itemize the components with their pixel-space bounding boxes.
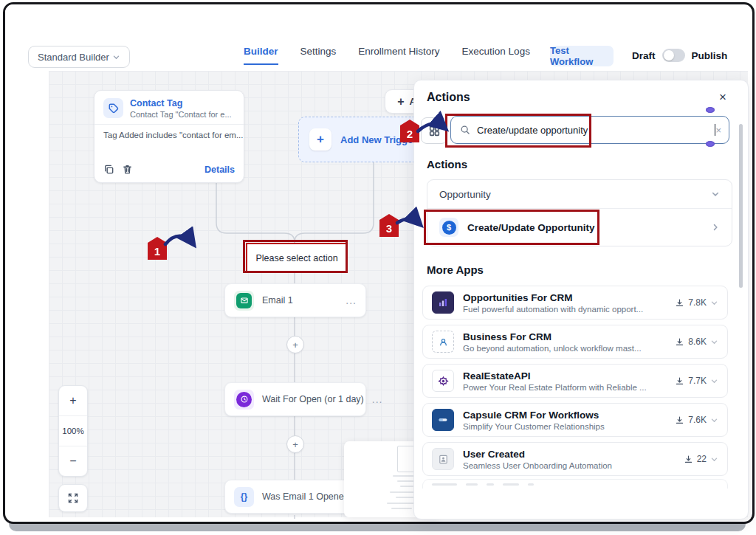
realestateapi-app-icon (432, 370, 454, 392)
app-downloads: 7.7K (688, 376, 707, 386)
app-name: RealEstateAPI (463, 370, 647, 382)
node-menu-ellipsis[interactable]: ... (372, 393, 383, 405)
node-label: Was Email 1 Opened? (262, 491, 354, 502)
contact-tag-icon (103, 98, 123, 118)
copy-icon[interactable] (103, 164, 114, 175)
trigger-condition-text: Tag Added includes "contact for em... (94, 124, 244, 145)
add-action-plus-button[interactable]: + (286, 435, 304, 453)
zoom-out-button[interactable]: − (59, 446, 87, 476)
publish-group: Draft Publish (632, 49, 727, 62)
app-row-business-for-crm[interactable]: Business For CRM Go beyond automation, u… (422, 325, 728, 359)
chevron-down-icon[interactable] (710, 416, 718, 424)
app-desc: Go beyond automation, unlock workflow ma… (463, 344, 642, 353)
trigger-card-header: Contact Tag Contact Tag "Contact for e..… (94, 91, 244, 124)
test-workflow-button[interactable]: Test Workflow (550, 46, 614, 66)
search-icon (460, 125, 470, 135)
selection-handle-top (706, 107, 715, 113)
condition-braces-icon: {} (234, 487, 254, 507)
node-menu-ellipsis[interactable]: ... (346, 294, 357, 306)
download-icon (675, 415, 684, 425)
app-grid-button[interactable] (421, 117, 447, 144)
trigger-subtitle: Contact Tag "Contact for e... (130, 110, 232, 119)
download-icon (684, 455, 693, 464)
select-action-node[interactable]: Please select action (246, 243, 348, 273)
toggle-knob (664, 50, 674, 61)
panel-scrollbar[interactable] (739, 124, 743, 288)
actions-section-heading: Actions (427, 158, 467, 170)
download-icon (675, 337, 684, 347)
chevron-down-icon[interactable] (710, 377, 718, 385)
header-bar (5, 4, 748, 41)
app-desc: Fuel powerful automation with dynamic op… (463, 305, 643, 314)
opportunity-group-header[interactable]: Opportunity (427, 180, 732, 208)
opportunity-dollar-icon: $ (439, 218, 458, 237)
app-desc: Seamless User Onboarding Automation (463, 461, 612, 470)
app-desc: Simplify Your Customer Relationships (463, 422, 605, 431)
zoom-in-button[interactable]: + (59, 386, 87, 416)
business-crm-app-icon (432, 331, 454, 353)
grid-icon (428, 125, 441, 137)
app-name: Opportunities For CRM (463, 292, 643, 303)
app-row-realestateapi[interactable]: RealEstateAPI Power Your Real Estate Pla… (422, 364, 728, 398)
details-link[interactable]: Details (205, 165, 235, 175)
app-downloads: 22 (697, 454, 707, 464)
zoom-controls: + 100% − (58, 385, 88, 477)
builder-type-select[interactable]: Standard Builder (28, 46, 130, 68)
plus-icon: + (309, 128, 331, 151)
trigger-title: Contact Tag (130, 98, 232, 108)
tab-execution-logs[interactable]: Execution Logs (462, 46, 530, 65)
chevron-down-icon[interactable] (710, 338, 718, 346)
tab-settings[interactable]: Settings (300, 46, 337, 65)
tab-builder[interactable]: Builder (244, 46, 278, 65)
opportunities-crm-app-icon (432, 291, 454, 314)
node-email-1[interactable]: Email 1 ... (224, 283, 366, 317)
trigger-card-footer: Details (94, 158, 244, 182)
email-icon (234, 291, 254, 311)
action-search-input[interactable] (475, 124, 718, 137)
trash-icon[interactable] (122, 164, 133, 175)
download-icon (675, 298, 684, 308)
trigger-card-contact-tag[interactable]: Contact Tag Contact Tag "Contact for e..… (94, 90, 244, 183)
action-search-box: × (450, 116, 729, 144)
zoom-level: 100% (59, 416, 87, 446)
create-update-opportunity-item[interactable]: $ Create/Update Opportunity (427, 208, 732, 246)
group-label: Opportunity (439, 189, 491, 200)
opportunity-group-card: Opportunity $ Create/Update Opportunity (427, 179, 732, 246)
chevron-down-icon[interactable] (710, 455, 718, 463)
app-downloads: 7.6K (688, 415, 707, 425)
app-row-user-created[interactable]: User Created Seamless User Onboarding Au… (422, 442, 728, 476)
app-downloads: 8.6K (688, 336, 707, 347)
action-item-label: Create/Update Opportunity (467, 222, 595, 233)
app-row-capsule-crm[interactable]: Capsule CRM For Workflows Simplify Your … (422, 403, 728, 437)
more-apps-heading: More Apps (427, 263, 484, 276)
chevron-down-icon[interactable] (710, 299, 718, 307)
builder-select-value: Standard Builder (38, 52, 109, 63)
draft-label: Draft (632, 50, 656, 61)
app-name: Capsule CRM For Workflows (463, 410, 605, 421)
app-desc: Power Your Real Estate Platform with Rel… (463, 383, 647, 392)
node-label: Wait For Open (or 1 day) (262, 394, 364, 404)
chevron-down-icon (112, 53, 120, 61)
fullscreen-button[interactable] (58, 484, 88, 512)
node-wait-for-open[interactable]: Wait For Open (or 1 day) ... (224, 382, 366, 416)
publish-toggle[interactable] (662, 49, 685, 62)
tab-enrollment-history[interactable]: Enrollment History (358, 46, 439, 65)
app-row-partial (422, 479, 728, 489)
app-downloads: 7.8K (688, 297, 707, 308)
app-name: Business For CRM (463, 331, 642, 342)
capsule-crm-app-icon (432, 409, 454, 431)
node-label: Email 1 (262, 295, 293, 306)
expand-icon (67, 492, 79, 504)
download-icon (675, 376, 684, 386)
trigger-card-titles: Contact Tag Contact Tag "Contact for e..… (130, 98, 232, 119)
chevron-down-icon (711, 190, 720, 199)
app-row-opportunities-for-crm[interactable]: Opportunities For CRM Fuel powerful auto… (422, 286, 728, 320)
app-window: Back to Workflows Recipe - Email Drip Se… (0, 0, 756, 535)
close-panel-button[interactable]: × (715, 89, 731, 106)
plus-icon: + (397, 95, 404, 108)
selection-handle-bottom (706, 141, 715, 147)
tab-bar: Builder Settings Enrollment History Exec… (244, 46, 530, 65)
add-action-plus-button[interactable]: + (286, 336, 304, 353)
clear-search-icon[interactable]: × (715, 125, 721, 136)
left-icon-sidebar (5, 71, 49, 517)
